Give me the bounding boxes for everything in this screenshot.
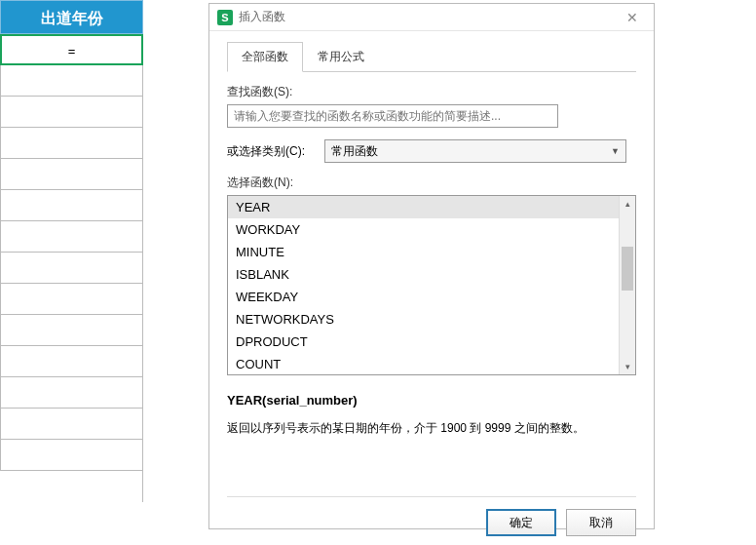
cell[interactable] (0, 253, 143, 284)
cell[interactable] (0, 128, 143, 159)
cell[interactable] (0, 221, 143, 253)
column-header[interactable]: 出道年份 (0, 0, 143, 34)
cell[interactable] (0, 346, 143, 377)
list-item[interactable]: WEEKDAY (228, 286, 619, 308)
category-label: 或选择类别(C): (227, 143, 324, 160)
scrollbar[interactable]: ▴ ▾ (619, 196, 635, 374)
cell[interactable] (0, 190, 143, 221)
active-cell[interactable]: = (0, 34, 143, 65)
function-syntax: YEAR(serial_number) (227, 393, 636, 408)
search-label: 查找函数(S): (227, 84, 636, 100)
cell[interactable] (0, 65, 143, 97)
insert-function-dialog: S 插入函数 ✕ 全部函数 常用公式 查找函数(S): 或选择类别(C): 常用… (208, 3, 655, 529)
cancel-button[interactable]: 取消 (566, 509, 636, 536)
select-function-label: 选择函数(N): (227, 175, 636, 191)
chevron-down-icon: ▼ (611, 146, 620, 156)
category-value: 常用函数 (331, 143, 378, 160)
function-description: 返回以序列号表示的某日期的年份，介于 1900 到 9999 之间的整数。 (227, 419, 636, 438)
cell[interactable] (0, 97, 143, 128)
titlebar[interactable]: S 插入函数 ✕ (209, 4, 654, 31)
cell[interactable] (0, 377, 143, 409)
spreadsheet-column: 出道年份 = (0, 0, 143, 502)
list-item[interactable]: COUNT (228, 353, 619, 374)
ok-button[interactable]: 确定 (486, 509, 556, 536)
list-item[interactable]: YEAR (228, 196, 619, 218)
list-item[interactable]: DPRODUCT (228, 331, 619, 353)
function-listbox: YEAR WORKDAY MINUTE ISBLANK WEEKDAY NETW… (227, 195, 636, 375)
list-item[interactable]: WORKDAY (228, 218, 619, 241)
tab-common-formulas[interactable]: 常用公式 (303, 42, 379, 72)
category-select[interactable]: 常用函数 ▼ (324, 139, 626, 163)
list-item[interactable]: ISBLANK (228, 263, 619, 286)
list-item[interactable]: MINUTE (228, 241, 619, 263)
scroll-down-icon[interactable]: ▾ (620, 359, 635, 374)
search-input[interactable] (227, 104, 558, 128)
list-item[interactable]: NETWORKDAYS (228, 308, 619, 331)
close-icon[interactable]: ✕ (619, 10, 646, 25)
cell[interactable] (0, 409, 143, 440)
cell[interactable] (0, 159, 143, 190)
cell[interactable] (0, 284, 143, 315)
scroll-up-icon[interactable]: ▴ (620, 196, 635, 212)
dialog-title: 插入函数 (239, 9, 619, 25)
scroll-thumb[interactable] (622, 247, 633, 291)
tab-all-functions[interactable]: 全部函数 (227, 42, 303, 72)
tabs: 全部函数 常用公式 (227, 41, 636, 72)
cell[interactable] (0, 315, 143, 346)
app-icon: S (217, 10, 233, 25)
cell[interactable] (0, 471, 143, 502)
cell[interactable] (0, 440, 143, 471)
